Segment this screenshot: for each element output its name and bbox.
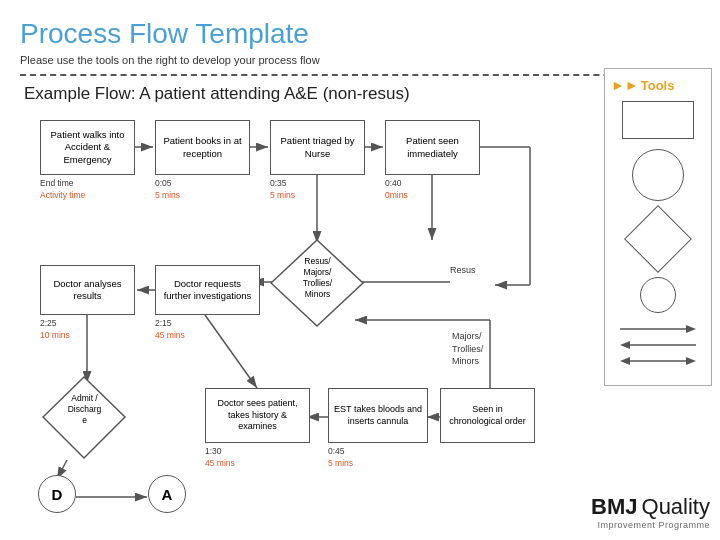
- flow-box-4: Patient seen immediately: [385, 120, 480, 175]
- bmj-logo-text: BMJQuality: [591, 494, 710, 520]
- time-label-1: End timeActivity time: [40, 178, 85, 202]
- example-title: Example Flow: A patient attending A&E (n…: [24, 84, 700, 104]
- time-label-6: 2:1545 mins: [155, 318, 185, 342]
- time-label-7: 1:3045 mins: [205, 446, 235, 470]
- svg-line-9: [205, 315, 257, 388]
- tool-arrows-shapes: [618, 323, 698, 367]
- tool-rectangle[interactable]: [611, 101, 705, 139]
- bmj-bold: BMJ: [591, 494, 637, 519]
- flow-box-8: EST takes bloods and inserts cannula: [328, 388, 428, 443]
- flow-box-6: Doctor requests further investigations: [155, 265, 260, 315]
- flow-box-9: Seen in chronological order: [440, 388, 535, 443]
- svg-marker-28: [686, 357, 696, 365]
- time-label-5: 2:2510 mins: [40, 318, 70, 342]
- arrow-both-icon: [618, 355, 698, 367]
- flow-diagram: Patient walks into Accident & Emergency …: [20, 110, 590, 510]
- tools-panel: ►► Tools: [604, 68, 712, 386]
- arrow-left-icon: [618, 339, 698, 351]
- tools-header: ►► Tools: [611, 77, 705, 93]
- time-label-3: 0:355 mins: [270, 178, 295, 202]
- divider: [20, 74, 700, 76]
- flow-box-3: Patient triaged by Nurse: [270, 120, 365, 175]
- svg-marker-27: [620, 357, 630, 365]
- page-title: Process Flow Template: [20, 18, 700, 50]
- page: Process Flow Template Please use the too…: [0, 0, 720, 540]
- circle-d: D: [38, 475, 76, 513]
- time-label-2: 0:055 mins: [155, 178, 180, 202]
- label-majors: Majors/Trollies/Minors: [452, 330, 483, 368]
- label-resus: Resus: [450, 265, 476, 275]
- flow-box-5: Doctor analyses results: [40, 265, 135, 315]
- tool-diamond-shape: [624, 205, 692, 273]
- time-label-8: 0:455 mins: [328, 446, 353, 470]
- bmj-quality: Quality: [642, 494, 710, 519]
- time-label-4: 0:400mins: [385, 178, 408, 202]
- bmj-logo: BMJQuality Improvement Programme: [591, 494, 710, 530]
- tool-diamond[interactable]: [611, 211, 705, 267]
- tool-circle-shape: [632, 149, 684, 201]
- flow-box-2: Patient books in at reception: [155, 120, 250, 175]
- diamond-resus: Resus/Majors/Trollies/Minors: [270, 238, 365, 328]
- tool-circle[interactable]: [611, 149, 705, 201]
- tools-arrow-icon: ►►: [611, 77, 639, 93]
- tool-small-circle-shape: [640, 277, 676, 313]
- bmj-tagline: Improvement Programme: [591, 520, 710, 530]
- page-subtitle: Please use the tools on the right to dev…: [20, 54, 700, 66]
- arrow-right-icon: [618, 323, 698, 335]
- diamond-admit: Admit /Discharge: [42, 375, 127, 460]
- tool-rect-shape: [622, 101, 694, 139]
- svg-marker-25: [620, 341, 630, 349]
- svg-marker-23: [686, 325, 696, 333]
- circle-a: A: [148, 475, 186, 513]
- tool-arrows[interactable]: [611, 323, 705, 367]
- flow-box-7: Doctor sees patient, takes history & exa…: [205, 388, 310, 443]
- tool-small-circle[interactable]: [611, 277, 705, 313]
- flow-box-1: Patient walks into Accident & Emergency: [40, 120, 135, 175]
- tools-label: Tools: [641, 78, 675, 93]
